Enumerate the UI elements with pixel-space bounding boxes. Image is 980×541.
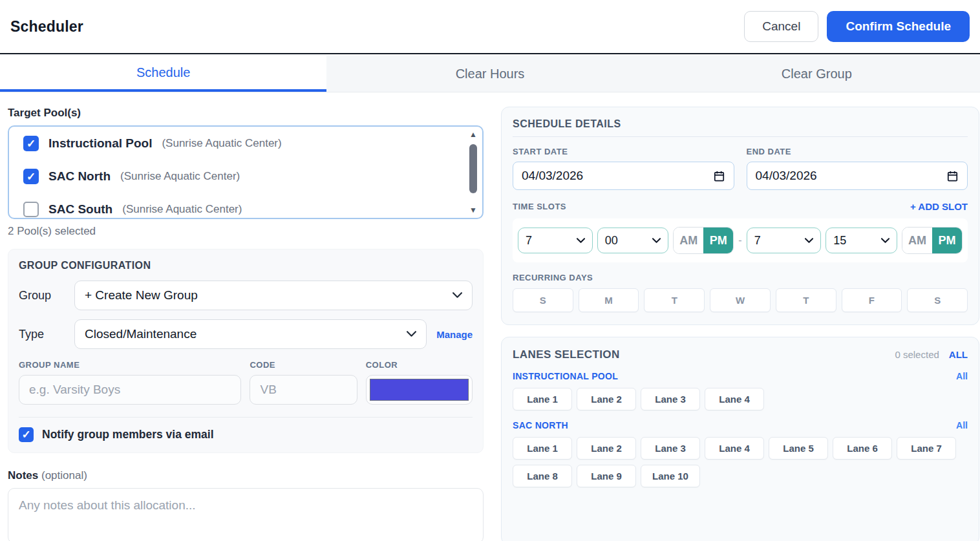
end-date-input[interactable]: 04/03/2026 <box>747 162 968 190</box>
target-pools-list: ✓ Instructional Pool (Sunrise Aquatic Ce… <box>8 125 484 219</box>
lane-button[interactable]: Lane 4 <box>705 437 764 460</box>
calendar-icon[interactable] <box>713 170 725 182</box>
notify-checkbox[interactable]: ✓ <box>19 427 34 442</box>
group-configuration-panel: GROUP CONFIGURATION Group + Create New G… <box>8 249 484 453</box>
start-date-label: START DATE <box>513 147 734 156</box>
notify-row[interactable]: ✓ Notify group members via email <box>19 427 473 442</box>
lane-button[interactable]: Lane 1 <box>513 437 572 460</box>
start-pm-button[interactable]: PM <box>703 228 733 253</box>
type-row: Type Closed/Maintenance Manage <box>19 319 473 349</box>
color-picker-input[interactable] <box>366 375 473 405</box>
end-hour-select[interactable]: 7 <box>747 228 822 253</box>
scroll-track[interactable] <box>467 139 479 206</box>
divider <box>19 417 473 418</box>
scroll-up-icon[interactable]: ▲ <box>469 130 477 139</box>
day-button-saturday[interactable]: S <box>907 288 968 312</box>
page-title: Scheduler <box>10 18 83 36</box>
lane-button[interactable]: Lane 2 <box>577 388 636 410</box>
scroll-thumb[interactable] <box>469 144 477 193</box>
schedule-details-panel: SCHEDULE DETAILS START DATE 04/03/2026 E… <box>501 107 979 325</box>
type-select[interactable]: Closed/Maintenance <box>74 319 427 349</box>
time-slots-label: TIME SLOTS <box>513 202 566 211</box>
lanes-grid: Lane 1 Lane 2 Lane 3 Lane 4 <box>513 388 968 410</box>
select-all-pool-lanes-link[interactable]: All <box>956 420 968 430</box>
pool-venue: (Sunrise Aquatic Center) <box>122 203 242 216</box>
pool-name: SAC South <box>48 202 112 217</box>
scroll-down-icon[interactable]: ▼ <box>469 206 477 215</box>
end-minute-value: 15 <box>833 234 846 248</box>
pool-checkbox[interactable]: ✓ <box>23 169 39 184</box>
lanes-selected-count: 0 selected <box>895 349 939 360</box>
scrollbar[interactable]: ▲ ▼ <box>467 130 479 215</box>
tab-clear-hours[interactable]: Clear Hours <box>326 56 653 92</box>
lane-button[interactable]: Lane 9 <box>577 465 636 487</box>
pools-selected-summary: 2 Pool(s) selected <box>8 225 484 238</box>
code-input[interactable] <box>250 375 357 405</box>
select-all-pool-lanes-link[interactable]: All <box>956 371 968 381</box>
start-minute-select[interactable]: 00 <box>597 228 669 253</box>
lane-button[interactable]: Lane 4 <box>705 388 764 410</box>
target-pools-label: Target Pool(s) <box>8 107 484 120</box>
end-am-button[interactable]: AM <box>902 228 932 253</box>
end-date-label: END DATE <box>747 147 968 156</box>
lane-button[interactable]: Lane 5 <box>769 437 828 460</box>
lanes-grid: Lane 1 Lane 2 Lane 3 Lane 4 Lane 5 Lane … <box>513 437 968 487</box>
confirm-schedule-button[interactable]: Confirm Schedule <box>827 11 970 42</box>
end-pm-button[interactable]: PM <box>932 228 962 253</box>
pool-name: SAC North <box>48 169 111 184</box>
tab-clear-group[interactable]: Clear Group <box>654 56 980 92</box>
start-am-button[interactable]: AM <box>674 228 703 253</box>
add-slot-link[interactable]: + ADD SLOT <box>910 201 968 212</box>
start-minute-value: 00 <box>605 234 618 248</box>
end-meridiem-toggle: AM PM <box>902 227 963 254</box>
pool-block-name: INSTRUCTIONAL POOL <box>513 371 618 381</box>
day-button-sunday[interactable]: S <box>513 288 573 312</box>
day-button-friday[interactable]: F <box>842 288 902 312</box>
pool-list-item[interactable]: ✓ Instructional Pool (Sunrise Aquatic Ce… <box>9 127 482 160</box>
pool-list-item[interactable]: ✓ SAC North (Sunrise Aquatic Center) <box>9 160 482 193</box>
end-minute-select[interactable]: 15 <box>826 228 897 253</box>
chevron-down-icon <box>407 331 416 337</box>
day-button-monday[interactable]: M <box>579 288 639 312</box>
lane-button[interactable]: Lane 7 <box>897 437 956 460</box>
lane-button[interactable]: Lane 1 <box>513 388 572 410</box>
notes-label-text: Notes <box>8 469 38 482</box>
code-column: CODE <box>250 360 357 405</box>
color-label: COLOR <box>366 360 473 370</box>
cancel-button[interactable]: Cancel <box>744 11 818 42</box>
day-button-tuesday[interactable]: T <box>644 288 705 312</box>
lane-button[interactable]: Lane 6 <box>833 437 892 460</box>
group-name-column: GROUP NAME <box>19 360 241 405</box>
type-label: Type <box>19 328 74 341</box>
start-date-input[interactable]: 04/03/2026 <box>513 162 734 190</box>
manage-link[interactable]: Manage <box>436 329 473 340</box>
day-button-wednesday[interactable]: W <box>710 288 771 312</box>
lanes-selection-header: LANES SELECTION 0 selected ALL <box>513 348 968 361</box>
group-name-input[interactable] <box>19 375 241 405</box>
tab-schedule[interactable]: Schedule <box>0 56 326 92</box>
notify-label: Notify group members via email <box>42 428 214 441</box>
lane-button[interactable]: Lane 8 <box>513 465 572 487</box>
pool-checkbox[interactable] <box>23 202 39 217</box>
lane-button[interactable]: Lane 10 <box>641 465 700 487</box>
lane-button[interactable]: Lane 2 <box>577 437 636 460</box>
color-column: COLOR <box>366 360 473 405</box>
day-button-thursday[interactable]: T <box>776 288 836 312</box>
notes-textarea[interactable] <box>8 488 484 541</box>
lane-button[interactable]: Lane 3 <box>641 437 700 460</box>
pool-list-item[interactable]: SAC South (Sunrise Aquatic Center) <box>9 193 482 219</box>
lane-button[interactable]: Lane 3 <box>641 388 700 410</box>
select-all-lanes-link[interactable]: ALL <box>949 349 968 360</box>
end-date-column: END DATE 04/03/2026 <box>747 147 968 190</box>
time-slot-row: 7 00 AM PM - 7 <box>513 218 968 262</box>
lanes-pool-block: INSTRUCTIONAL POOL All Lane 1 Lane 2 Lan… <box>513 371 968 410</box>
end-date-value: 04/03/2026 <box>756 169 817 183</box>
group-select[interactable]: + Create New Group <box>74 281 473 310</box>
start-hour-select[interactable]: 7 <box>518 228 593 253</box>
recurring-days-label: RECURRING DAYS <box>513 273 968 282</box>
start-date-column: START DATE 04/03/2026 <box>513 147 734 190</box>
calendar-icon[interactable] <box>946 170 959 182</box>
pool-checkbox[interactable]: ✓ <box>23 136 39 151</box>
lanes-selection-title: LANES SELECTION <box>513 348 895 361</box>
chevron-down-icon <box>577 238 585 244</box>
